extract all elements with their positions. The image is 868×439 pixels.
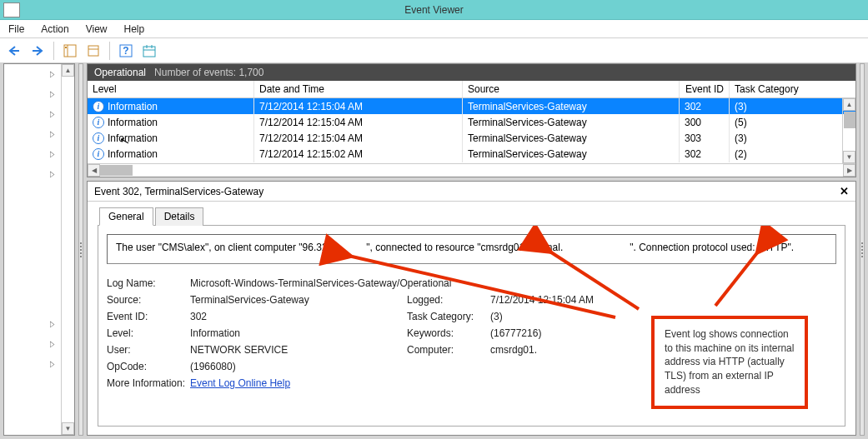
tree-expand-icon[interactable]: ▷ bbox=[50, 109, 55, 118]
splitter[interactable] bbox=[78, 63, 83, 436]
info-icon: i bbox=[93, 132, 104, 144]
back-button[interactable] bbox=[5, 42, 23, 60]
logname-value: Microsoft-Windows-TerminalServices-Gatew… bbox=[190, 277, 640, 289]
info-icon: i bbox=[93, 117, 104, 128]
tree-expand-icon[interactable]: ▷ bbox=[50, 359, 55, 368]
computer-label: Computer: bbox=[407, 344, 490, 356]
list-header: Level Date and Time Source Event ID Task… bbox=[88, 81, 855, 98]
tree-expand-icon[interactable]: ▷ bbox=[50, 149, 55, 158]
toolbar: ? bbox=[0, 38, 868, 63]
event-detail-panel: Event 302, TerminalServices-Gateway ✕ Ge… bbox=[87, 181, 856, 436]
scroll-down-icon[interactable]: ▼ bbox=[843, 151, 855, 163]
svg-text:?: ? bbox=[123, 45, 128, 57]
detail-title: Event 302, TerminalServices-Gateway bbox=[94, 186, 263, 197]
svg-rect-5 bbox=[88, 46, 98, 56]
tree-expand-icon[interactable]: ▷ bbox=[50, 69, 55, 78]
table-row[interactable]: iInformation7/12/2014 12:15:04 AMTermina… bbox=[88, 130, 855, 146]
show-tree-button[interactable] bbox=[61, 42, 79, 60]
svg-rect-4 bbox=[65, 47, 67, 48]
table-row[interactable]: iInformation7/12/2014 12:15:04 AMTermina… bbox=[88, 98, 855, 114]
info-icon: i bbox=[93, 148, 104, 160]
taskcat-value: (3) bbox=[490, 311, 640, 322]
menu-bar: File Action View Help bbox=[0, 20, 868, 38]
properties-button[interactable] bbox=[84, 42, 103, 60]
list-scrollbar-h[interactable]: ◀ ▶ bbox=[88, 163, 855, 177]
taskcat-label: Task Category: bbox=[407, 311, 490, 322]
moreinfo-link[interactable]: Event Log Online Help bbox=[190, 377, 640, 389]
scroll-up-icon[interactable]: ▲ bbox=[843, 98, 855, 111]
tree-expand-icon[interactable]: ▷ bbox=[50, 129, 55, 138]
main-pane: Operational Number of events: 1,700 Leve… bbox=[87, 63, 856, 436]
table-row[interactable]: iInformation7/12/2014 12:15:04 AMTermina… bbox=[88, 114, 855, 130]
nav-scrollbar[interactable]: ▲ ▼ bbox=[61, 64, 74, 435]
col-source[interactable]: Source bbox=[463, 81, 680, 97]
forward-button[interactable] bbox=[28, 42, 47, 60]
col-eventid[interactable]: Event ID bbox=[680, 81, 730, 97]
level-value: Information bbox=[190, 327, 407, 339]
logged-value: 7/12/2014 12:15:04 AM bbox=[490, 294, 640, 306]
user-label: User: bbox=[107, 344, 190, 356]
menu-action[interactable]: Action bbox=[33, 21, 77, 37]
level-label: Level: bbox=[107, 327, 190, 339]
app-icon bbox=[3, 2, 20, 17]
col-date[interactable]: Date and Time bbox=[254, 81, 463, 97]
window-title: Event Viewer bbox=[404, 4, 463, 16]
detail-tabs: General Details bbox=[99, 207, 855, 225]
title-bar: Event Viewer bbox=[0, 0, 868, 20]
logged-label: Logged: bbox=[407, 294, 490, 306]
calendar-button[interactable] bbox=[140, 42, 158, 60]
tree-expand-icon[interactable]: ▷ bbox=[50, 89, 55, 98]
tree-expand-icon[interactable]: ▷ bbox=[50, 339, 55, 348]
table-row[interactable]: iInformation7/12/2014 12:15:02 AMTermina… bbox=[88, 146, 855, 162]
computer-value: cmsrdg01. bbox=[490, 344, 640, 356]
keywords-value: (16777216) bbox=[490, 327, 640, 339]
scroll-thumb[interactable] bbox=[844, 112, 855, 128]
help-button[interactable]: ? bbox=[117, 42, 135, 60]
eventid-label: Event ID: bbox=[107, 311, 190, 322]
panel-title: Operational bbox=[94, 67, 146, 78]
col-level[interactable]: Level bbox=[88, 81, 254, 97]
toolbar-separator bbox=[109, 42, 110, 60]
splitter-right[interactable] bbox=[860, 63, 865, 436]
source-label: Source: bbox=[107, 294, 190, 306]
scroll-left-icon[interactable]: ◀ bbox=[88, 164, 100, 177]
scroll-right-icon[interactable]: ▶ bbox=[843, 164, 855, 177]
menu-view[interactable]: View bbox=[78, 21, 116, 37]
list-scrollbar-v[interactable]: ▲ ▼ bbox=[842, 98, 855, 163]
moreinfo-label: More Information: bbox=[107, 377, 190, 389]
menu-help[interactable]: Help bbox=[116, 21, 153, 37]
event-message-text: The user "CMS\alex", on client computer … bbox=[116, 242, 794, 253]
opcode-label: OpCode: bbox=[107, 361, 190, 372]
eventid-value: 302 bbox=[190, 311, 407, 322]
col-task[interactable]: Task Category bbox=[730, 81, 810, 97]
tree-expand-icon[interactable]: ▷ bbox=[50, 169, 55, 178]
event-message: The user "CMS\alex", on client computer … bbox=[107, 234, 836, 264]
nav-tree-pane: ▷ ▷ ▷ ▷ ▷ ▷ ▷ ▷ ▷ ▲ ▼ bbox=[3, 63, 75, 436]
logname-label: Log Name: bbox=[107, 277, 190, 289]
annotation-box: Event log shows connection to this machi… bbox=[651, 316, 808, 409]
panel-subtitle: Number of events: 1,700 bbox=[154, 67, 263, 78]
scroll-up-icon[interactable]: ▲ bbox=[62, 64, 74, 77]
close-icon[interactable]: ✕ bbox=[840, 185, 849, 197]
source-value: TerminalServices-Gateway bbox=[190, 294, 407, 306]
svg-rect-9 bbox=[143, 47, 155, 57]
event-list[interactable]: iInformation7/12/2014 12:15:04 AMTermina… bbox=[88, 98, 855, 163]
workspace: ▷ ▷ ▷ ▷ ▷ ▷ ▷ ▷ ▷ ▲ ▼ Operational Number… bbox=[3, 63, 865, 436]
toolbar-separator bbox=[53, 42, 54, 60]
user-value: NETWORK SERVICE bbox=[190, 344, 407, 356]
tab-general[interactable]: General bbox=[99, 207, 153, 226]
nav-tree[interactable]: ▷ ▷ ▷ ▷ ▷ ▷ ▷ ▷ ▷ bbox=[4, 64, 61, 435]
opcode-value: (1966080) bbox=[190, 361, 640, 372]
panel-header: Operational Number of events: 1,700 bbox=[88, 64, 855, 81]
tab-content: The user "CMS\alex", on client computer … bbox=[98, 225, 845, 427]
menu-file[interactable]: File bbox=[0, 21, 33, 37]
scroll-thumb[interactable] bbox=[99, 165, 133, 176]
tree-expand-icon[interactable]: ▷ bbox=[50, 319, 55, 328]
info-icon: i bbox=[93, 101, 104, 112]
tab-details[interactable]: Details bbox=[155, 207, 204, 226]
scroll-down-icon[interactable]: ▼ bbox=[62, 422, 74, 435]
annotation-text: Event log shows connection to this machi… bbox=[665, 328, 794, 397]
keywords-label: Keywords: bbox=[407, 327, 490, 339]
event-list-panel: Operational Number of events: 1,700 Leve… bbox=[87, 63, 856, 177]
